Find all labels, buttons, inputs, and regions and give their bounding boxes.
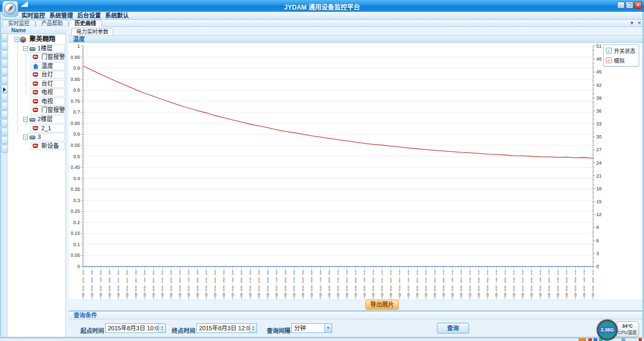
dock-square-button[interactable] [1,119,8,127]
x-axis-label: 10:09:00(分) [107,269,111,299]
memory-value: 2.36G [598,327,617,333]
svg-text:0.05: 0.05 [70,253,80,258]
x-axis-label: 11:13:00(分) [389,269,392,299]
dock-square-button[interactable] [1,85,8,93]
menu-item-backstage[interactable]: 后台设置 [77,12,101,19]
end-time-value[interactable]: 2015年8月3日 12:00:00 [197,324,250,332]
spin-down-icon[interactable]: ▼ [161,328,164,331]
x-axis-label: 10:39:00(分) [239,269,243,299]
svg-text:1: 1 [77,43,80,49]
interval-label: 查询间隔 [267,326,290,335]
spin-down-icon[interactable]: ▼ [252,328,255,331]
tree-item-label: 电视 [41,98,53,105]
device-red-icon [33,55,38,59]
x-axis-label: 11:19:00(分) [415,269,419,299]
dock-square-button[interactable] [1,68,8,76]
tab-realtime[interactable]: 实时监控 [2,20,35,27]
dock-square-button[interactable] [1,128,8,136]
start-time-field[interactable]: 2015年8月3日 10:00:00 ▲▼ [105,323,166,333]
legend-item: ✓开关状态 [606,47,635,55]
tree-item-label: 台灯 [41,80,53,87]
export-photo-button[interactable]: 导出照片 [365,300,399,309]
dock-square-button[interactable] [1,50,8,58]
end-time-spinner[interactable]: ▲▼ [250,324,257,332]
x-axis-label: 10:51:00(分) [292,269,296,299]
svg-text:0.45: 0.45 [70,165,80,170]
svg-text:42: 42 [596,83,602,88]
x-axis-label: 11:07:00(分) [362,269,366,299]
svg-text:45: 45 [596,69,602,75]
expand-arrow-icon[interactable] [3,87,6,92]
svg-text:0.8: 0.8 [73,87,80,93]
floor-icon [30,47,35,51]
floor-icon [30,136,35,139]
legend-checkbox[interactable]: ✓ [606,57,612,63]
menu-item-default[interactable]: 系统默认 [105,12,129,19]
dock-square-button[interactable] [1,145,8,153]
tab-history[interactable]: 历史曲线 [69,20,102,27]
cpu-temp-value: 34°C [616,323,639,330]
interval-value[interactable]: 分钟 [292,324,324,332]
legend-checkbox[interactable]: ✓ [606,48,612,54]
query-panel: 查询条件 起点时间 2015年8月3日 10:00:00 ▲▼ 终点时间 201… [69,310,642,338]
dock-square-button[interactable] [1,76,8,84]
chart-legend: ✓开关状态✓模拟 [603,45,639,66]
dock-square-button[interactable] [1,42,8,50]
start-time-value[interactable]: 2015年8月3日 10:00:00 [106,324,158,332]
tree-item-node[interactable]: −3 [8,133,66,142]
dock-square-button[interactable] [1,102,8,110]
tree-item-node[interactable]: 新设备 [8,142,66,151]
tree-item-label: 新设备 [41,143,59,150]
tree-connector [17,42,18,134]
taskbar-icon[interactable] [579,338,586,341]
x-axis-label: 10:21:00(分) [160,269,164,299]
taskbar-icon[interactable] [639,338,642,341]
x-axis-label: 11:17:00(分) [406,269,410,299]
x-axis-label: 11:47:00(分) [538,269,542,299]
dock-square-button[interactable] [1,59,8,67]
tree-item-label: 门窗报警 [41,107,65,114]
cpu-temp-widget: 34°C CPU温度 [616,321,639,337]
x-axis-label: 11:05:00(分) [354,269,357,299]
tab-close-icon[interactable]: ✕ [637,20,641,26]
end-time-field[interactable]: 2015年8月3日 12:00:00 ▲▼ [196,323,257,333]
dock-square-button[interactable] [1,93,8,101]
device-red-icon [33,126,38,130]
dock-strip [1,27,8,338]
tab-dropdown-icon[interactable]: ▼ [630,20,634,26]
taskbar-icon[interactable] [621,338,625,341]
taskbar-icon[interactable] [594,338,597,341]
svg-text:0.9: 0.9 [73,65,80,71]
dock-square-button[interactable] [1,110,8,118]
minimize-button[interactable]: _ [617,2,625,9]
svg-text:0.35: 0.35 [70,187,80,192]
close-button[interactable]: ✕ [634,2,642,9]
query-button[interactable]: 查询 [437,323,469,333]
restore-button[interactable]: ❐ [626,2,633,9]
x-axis-label: 10:25:00(分) [178,269,181,299]
svg-text:30: 30 [596,134,602,139]
menu-item-realtime[interactable]: 实时监控 [21,12,45,19]
taskbar-icon[interactable] [588,338,592,341]
x-axis-label: 10:17:00(分) [143,269,147,299]
svg-text:0.85: 0.85 [70,77,80,82]
svg-text:0.6: 0.6 [73,131,80,137]
svg-text:6: 6 [596,238,599,243]
svg-text:27: 27 [596,147,602,152]
dock-square-button[interactable] [1,136,8,144]
x-axis-label: 10:13:00(分) [125,269,129,299]
chart-canvas: 00.050.10.150.20.250.30.350.40.450.50.55… [69,43,642,299]
svg-text:48: 48 [596,56,602,62]
tab-help[interactable]: 产品帮助 [35,20,69,27]
interval-select[interactable]: 分钟 ▼ [291,323,332,333]
menu-item-system[interactable]: 系统管理 [49,12,73,19]
dropdown-arrow-icon[interactable]: ▼ [324,324,332,332]
tab-power-params[interactable]: 电力实时参数 [71,28,113,35]
x-axis-label: 11:49:00(分) [547,269,551,299]
x-axis-label: 11:45:00(分) [529,269,533,299]
x-axis-label: 10:05:00(分) [90,269,93,299]
tree-item-label: 3 [38,134,41,140]
dock-square-button[interactable] [1,33,8,41]
tree-expander-icon[interactable]: − [14,37,19,42]
start-time-spinner[interactable]: ▲▼ [158,324,165,332]
